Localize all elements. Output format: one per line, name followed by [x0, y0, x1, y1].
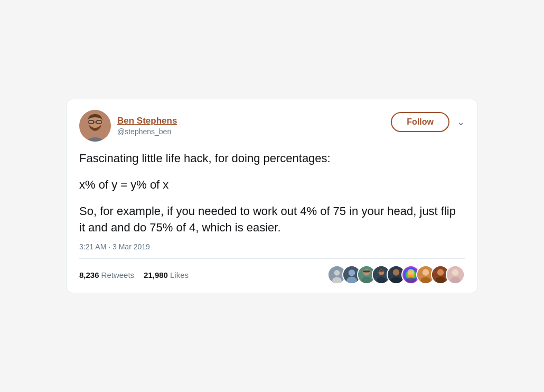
user-info: Ben Stephens @stephens_ben [117, 116, 177, 136]
tweet-footer: 8,236 Retweets 21,980 Likes [79, 258, 465, 284]
svg-point-33 [452, 269, 458, 276]
tweet-body: Fascinating little life hack, for doing … [79, 150, 465, 237]
tweet-header: Ben Stephens @stephens_ben Follow ⌄ [79, 110, 465, 142]
avatar [79, 110, 111, 142]
follow-button[interactable]: Follow [391, 112, 449, 132]
chevron-down-icon[interactable]: ⌄ [457, 116, 465, 128]
tweet-text-line2: x% of y = y% of x [79, 176, 465, 193]
svg-point-27 [423, 269, 429, 276]
user-name[interactable]: Ben Stephens [117, 116, 177, 126]
retweets-count: 8,236 [79, 270, 99, 279]
tweet-stats: 8,236 Retweets 21,980 Likes [79, 270, 196, 279]
tweet-header-right: Follow ⌄ [391, 112, 465, 132]
svg-point-20 [393, 269, 399, 276]
svg-rect-15 [363, 270, 370, 273]
svg-point-10 [349, 270, 355, 276]
tweet-card: Ben Stephens @stephens_ben Follow ⌄ Fasc… [66, 99, 478, 294]
tweet-text-line3: So, for example, if you needed to work o… [79, 203, 465, 237]
likes-label: Likes [170, 270, 189, 279]
tweet-text-line1: Fascinating little life hack, for doing … [79, 150, 465, 167]
svg-point-24 [408, 269, 414, 276]
retweets-label: Retweets [101, 270, 135, 279]
tweet-header-left: Ben Stephens @stephens_ben [79, 110, 177, 142]
svg-point-7 [334, 270, 340, 276]
likers-avatar-group [327, 265, 465, 284]
user-handle: @stephens_ben [117, 127, 177, 136]
tweet-timestamp: 3:21 AM · 3 Mar 2019 [79, 242, 465, 251]
liker-avatar-9 [446, 265, 465, 284]
svg-point-30 [437, 269, 444, 276]
likes-count: 21,980 [144, 270, 168, 279]
